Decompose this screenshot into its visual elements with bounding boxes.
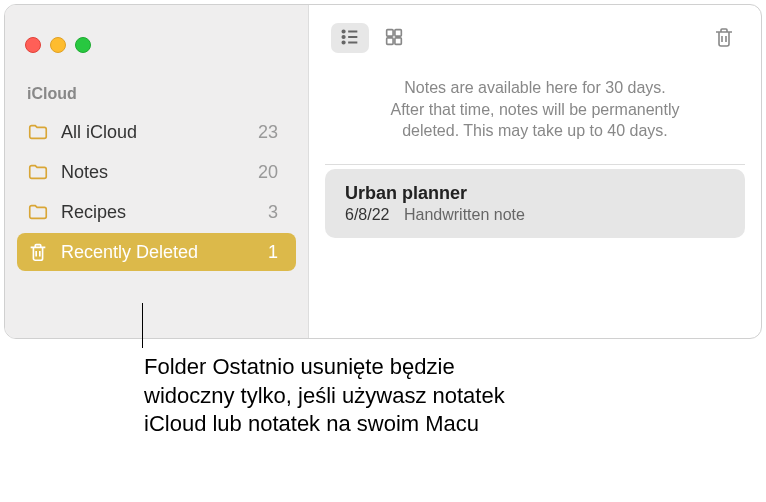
callout-text: Folder Ostatnio usunięte będzie widoczny… [144, 353, 544, 439]
svg-rect-7 [395, 29, 401, 35]
svg-point-1 [342, 35, 344, 37]
folder-icon [27, 201, 49, 223]
note-meta: 6/8/22 Handwritten note [345, 206, 725, 224]
list-view-button[interactable] [331, 23, 369, 53]
folder-icon [27, 121, 49, 143]
view-toggle [331, 23, 413, 53]
trash-icon [712, 25, 736, 52]
svg-point-0 [342, 30, 344, 32]
svg-rect-6 [387, 29, 393, 35]
info-line-2: After that time, notes will be permanent… [390, 101, 679, 118]
note-title: Urban planner [345, 183, 725, 204]
trash-icon [27, 241, 49, 263]
folder-label: Notes [61, 162, 258, 183]
section-header: iCloud [11, 69, 302, 111]
folder-count: 23 [258, 122, 278, 143]
svg-rect-8 [387, 37, 393, 43]
svg-rect-9 [395, 37, 401, 43]
folder-label: Recipes [61, 202, 268, 223]
folder-recipes[interactable]: Recipes 3 [17, 193, 296, 231]
window-controls [5, 17, 308, 69]
info-line-3: deleted. This may take up to 40 days. [402, 122, 668, 139]
grid-icon [383, 26, 405, 51]
sidebar: iCloud All iCloud 23 Notes 20 [5, 5, 309, 338]
folder-icon [27, 161, 49, 183]
svg-point-2 [342, 41, 344, 43]
main-panel: Notes are available here for 30 days. Af… [309, 5, 761, 338]
divider [325, 164, 745, 165]
deletion-info: Notes are available here for 30 days. Af… [309, 63, 761, 164]
close-window-button[interactable] [25, 37, 41, 53]
note-subtitle: Handwritten note [404, 206, 525, 223]
folder-notes[interactable]: Notes 20 [17, 153, 296, 191]
note-date: 6/8/22 [345, 206, 389, 223]
folder-all-icloud[interactable]: All iCloud 23 [17, 113, 296, 151]
callout-line [142, 303, 143, 348]
toolbar [309, 5, 761, 63]
maximize-window-button[interactable] [75, 37, 91, 53]
folder-label: All iCloud [61, 122, 258, 143]
app-window: iCloud All iCloud 23 Notes 20 [4, 4, 762, 339]
delete-button[interactable] [709, 23, 739, 53]
folder-count: 20 [258, 162, 278, 183]
note-list: Urban planner 6/8/22 Handwritten note [309, 169, 761, 238]
grid-view-button[interactable] [375, 23, 413, 53]
folder-count: 1 [268, 242, 278, 263]
folder-count: 3 [268, 202, 278, 223]
info-line-1: Notes are available here for 30 days. [404, 79, 665, 96]
folder-label: Recently Deleted [61, 242, 268, 263]
note-item[interactable]: Urban planner 6/8/22 Handwritten note [325, 169, 745, 238]
minimize-window-button[interactable] [50, 37, 66, 53]
list-icon [339, 26, 361, 51]
folder-recently-deleted[interactable]: Recently Deleted 1 [17, 233, 296, 271]
sidebar-section: iCloud All iCloud 23 Notes 20 [5, 69, 308, 271]
